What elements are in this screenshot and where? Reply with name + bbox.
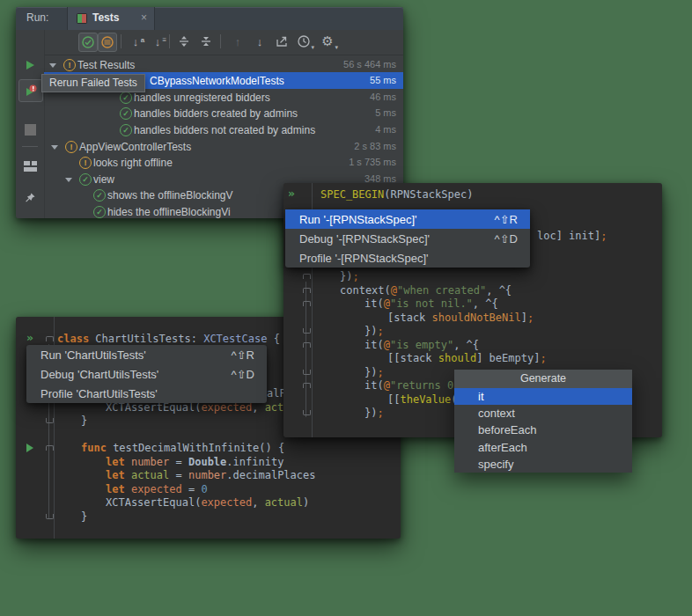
test-runner-toolbar: ↓a↓≡↑↓▾⚙▾ [44, 30, 403, 55]
export-test-results-button[interactable] [273, 33, 291, 50]
code-line: [[theValue( [387, 392, 457, 407]
generate-item-afterEach[interactable]: afterEach [454, 439, 632, 456]
show-ignored-button[interactable] [98, 33, 117, 52]
expand-all-icon [177, 34, 191, 48]
code-line: }); [364, 406, 384, 420]
menu-item[interactable]: Profile '-[RPNStackSpec]' [285, 248, 530, 268]
arrow-down-icon: ↓ [257, 35, 263, 48]
clock-icon [297, 34, 311, 48]
generate-item-specify[interactable]: specify [454, 456, 632, 473]
run-context-menu: Run 'ChartUtilsTests'^⇧RDebug 'ChartUtil… [26, 345, 267, 403]
previous-failed-test-button[interactable]: ↑ [229, 33, 247, 50]
fold-marker-icon[interactable] [303, 274, 311, 279]
code-line: }); [364, 324, 384, 338]
test-name-label: handles unregistered bidders [134, 92, 270, 104]
test-tree-row[interactable]: !AppViewControllerTests2 s 83 ms [16, 138, 403, 155]
fold-marker-icon[interactable] [303, 342, 311, 348]
test-tree-row[interactable]: ✓handles bidders created by admins5 ms [16, 105, 403, 121]
run-all-gutter-icon[interactable]: » [26, 332, 33, 344]
settings-button[interactable]: ⚙▾ [319, 33, 336, 50]
expand-all-button[interactable] [175, 33, 193, 50]
code-line: let actual = number.decimalPlaces [106, 468, 315, 482]
chevron-down-icon: ▾ [335, 44, 338, 51]
fold-marker-icon[interactable] [303, 288, 311, 293]
test-passed-icon: ✓ [120, 92, 132, 104]
tooltip-rerun-failed-tests: Rerun Failed Tests [41, 74, 145, 92]
fold-marker-icon[interactable] [46, 336, 54, 341]
test-history-button[interactable]: ▾ [295, 33, 313, 50]
kiwi-spec-editor[interactable]: Generate itcontextbeforeEachafterEachspe… [283, 183, 662, 437]
test-name-label: looks right offline [93, 157, 173, 169]
run-window-title: Run: [26, 11, 48, 24]
export-icon [275, 34, 289, 48]
sort-alphabetically-button[interactable]: ↓a [127, 33, 144, 50]
test-name-label: CBypassNetworkModelTests [150, 75, 284, 87]
tab-tests[interactable]: Tests × [67, 7, 155, 30]
code-line: SPEC_BEGIN(RPNStackSpec) [320, 187, 473, 202]
code-line: it(@"is empty", ^{ [364, 338, 479, 352]
test-duration: 5 ms [375, 107, 396, 118]
test-duration: 348 ms [364, 173, 396, 184]
fold-marker-icon[interactable] [46, 418, 54, 423]
test-name-label: AppViewControllerTests [79, 141, 191, 153]
test-warning-icon: ! [79, 157, 92, 169]
run-context-menu: Run '-[RPNStackSpec]'^⇧RDebug '-[RPNStac… [285, 209, 530, 268]
fold-marker-icon[interactable] [303, 383, 311, 388]
tab-tests-label: Tests [92, 11, 119, 24]
test-passed-icon: ✓ [120, 124, 132, 136]
menu-item[interactable]: Debug '-[RPNStackSpec]'^⇧D [285, 229, 530, 248]
menu-item[interactable]: Run '-[RPNStackSpec]'^⇧R [285, 209, 530, 229]
test-tree-row[interactable]: !looks right offline1 s 735 ms [16, 154, 403, 171]
fold-marker-icon[interactable] [46, 445, 54, 451]
toolbar-separator [121, 34, 121, 48]
code-line: loc] init]; [537, 229, 607, 243]
code-line: func testDecimalWithInfinite() { [81, 441, 284, 455]
show-passed-button[interactable] [78, 33, 98, 52]
test-tree-row[interactable]: !Test Results56 s 464 ms [16, 56, 403, 73]
code-line: class ChartUtilsTests: XCTestCase { [57, 332, 280, 346]
test-name-label: handles bidders created by admins [134, 107, 298, 120]
run-test-gutter-icon[interactable] [26, 444, 33, 452]
collapse-all-button[interactable] [197, 33, 215, 50]
chevron-expanded-icon[interactable] [51, 145, 58, 150]
generate-popup-title: Generate [454, 370, 632, 388]
sort-by-duration-button[interactable]: ↓≡ [149, 33, 166, 50]
sort-duration-icon: ↓≡ [155, 35, 161, 48]
next-failed-test-button[interactable]: ↓ [251, 33, 269, 50]
test-duration: 1 s 735 ms [349, 157, 396, 167]
fold-marker-icon[interactable] [303, 301, 311, 306]
chevron-expanded-icon[interactable] [49, 63, 56, 68]
toolbar-separator [169, 34, 170, 48]
menu-item[interactable]: Profile 'ChartUtilsTests' [26, 384, 267, 403]
generate-item-beforeEach[interactable]: beforeEach [454, 422, 632, 438]
test-duration: 4 ms [375, 124, 396, 135]
code-line: } [81, 510, 87, 524]
test-passed-icon: ✓ [93, 206, 106, 218]
fold-marker-icon[interactable] [303, 328, 311, 334]
chevron-expanded-icon[interactable] [65, 178, 72, 182]
code-line: it(@"is not nil.", ^{ [364, 297, 498, 311]
menu-item[interactable]: Debug 'ChartUtilsTests'^⇧D [26, 364, 267, 384]
test-duration: 46 ms [370, 92, 396, 102]
arrow-up-icon: ↑ [235, 35, 241, 48]
generate-popup: Generate itcontextbeforeEachafterEachspe… [454, 370, 632, 473]
code-line: let number = Double.infinity [106, 455, 283, 469]
close-icon[interactable]: × [141, 11, 147, 24]
test-name-label: Test Results [77, 59, 135, 71]
test-warning-icon: ! [65, 141, 77, 153]
generate-item-it[interactable]: it [454, 388, 632, 405]
run-all-gutter-icon[interactable]: » [288, 187, 295, 200]
menu-item[interactable]: Run 'ChartUtilsTests'^⇧R [26, 345, 267, 364]
test-tree-row[interactable]: ✓handles bidders not created by admins4 … [16, 121, 403, 138]
fold-marker-icon[interactable] [46, 514, 54, 519]
run-window-header: Run: Tests × [16, 7, 403, 30]
fold-marker-icon[interactable] [303, 370, 311, 375]
test-name-label: shows the offlineBlockingV [107, 189, 233, 202]
code-line: }); [340, 269, 359, 283]
test-name-label: hides the offlineBlockingVi [107, 206, 231, 218]
code-line: } [81, 414, 87, 428]
check-circle-icon [81, 35, 95, 49]
fold-marker-icon[interactable] [303, 410, 311, 415]
code-line: }); [364, 365, 384, 379]
generate-item-context[interactable]: context [454, 405, 632, 422]
